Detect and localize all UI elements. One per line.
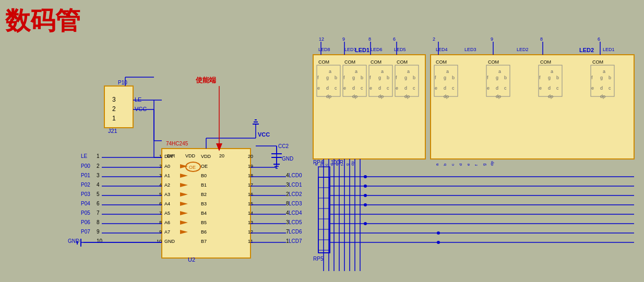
svg-text:4: 4: [286, 210, 289, 216]
svg-text:g: g: [345, 164, 350, 166]
svg-text:f: f: [343, 75, 345, 80]
svg-text:LED6: LED6: [371, 47, 383, 52]
svg-text:c: c: [361, 85, 363, 91]
svg-text:f: f: [317, 75, 319, 80]
svg-text:LCD5: LCD5: [289, 219, 302, 225]
svg-text:J21: J21: [108, 128, 117, 134]
svg-text:7: 7: [97, 210, 100, 216]
svg-text:a: a: [551, 69, 553, 74]
svg-point-278: [364, 185, 367, 188]
svg-text:14: 14: [248, 211, 253, 216]
svg-text:B5: B5: [201, 220, 207, 225]
svg-text:8: 8: [540, 36, 543, 42]
svg-point-28: [186, 162, 200, 171]
svg-text:f: f: [591, 75, 593, 80]
svg-text:2: 2: [433, 36, 435, 42]
svg-text:LED2: LED2: [579, 47, 594, 53]
svg-text:LE: LE: [135, 96, 141, 103]
svg-text:c: c: [413, 85, 415, 91]
svg-text:f: f: [340, 164, 344, 166]
svg-text:a: a: [381, 69, 384, 74]
svg-text:1: 1: [286, 238, 289, 244]
svg-text:LCD4: LCD4: [289, 210, 302, 216]
svg-text:B3: B3: [201, 201, 207, 206]
svg-text:20: 20: [219, 153, 224, 158]
svg-text:b: b: [452, 75, 455, 80]
svg-text:e: e: [317, 85, 320, 91]
svg-text:COM: COM: [592, 59, 603, 65]
svg-text:P07: P07: [81, 229, 90, 235]
svg-text:P06: P06: [81, 219, 90, 225]
svg-text:使能端: 使能端: [195, 76, 216, 84]
svg-text:c: c: [609, 85, 611, 91]
svg-text:b: b: [443, 163, 447, 166]
svg-text:g: g: [352, 75, 355, 80]
svg-text:g: g: [444, 75, 446, 80]
svg-text:dp: dp: [496, 94, 501, 99]
svg-point-279: [364, 194, 367, 197]
svg-text:B0: B0: [201, 173, 207, 178]
svg-text:6: 6: [393, 36, 396, 42]
svg-text:c: c: [335, 85, 337, 91]
svg-text:P10: P10: [118, 80, 127, 85]
svg-text:A0: A0: [164, 164, 170, 169]
svg-point-283: [437, 241, 440, 244]
svg-rect-204: [395, 65, 419, 96]
svg-text:g: g: [404, 75, 407, 80]
svg-rect-0: [104, 86, 133, 128]
svg-text:VDD: VDD: [201, 154, 211, 159]
svg-text:1: 1: [97, 153, 100, 159]
svg-rect-194: [369, 65, 392, 96]
svg-text:A2: A2: [164, 182, 170, 188]
svg-text:16: 16: [248, 192, 253, 197]
svg-text:3: 3: [286, 219, 289, 225]
svg-text:LCD7: LCD7: [289, 238, 302, 244]
svg-text:a: a: [446, 69, 449, 74]
svg-text:dp: dp: [404, 94, 410, 99]
svg-text:e: e: [396, 85, 398, 91]
svg-text:dp: dp: [378, 94, 384, 99]
svg-text:d: d: [444, 85, 446, 91]
svg-text:g: g: [600, 75, 603, 80]
svg-text:b: b: [504, 75, 507, 80]
svg-text:COM: COM: [488, 59, 499, 65]
svg-text:c: c: [504, 85, 507, 91]
svg-text:P05: P05: [81, 210, 90, 216]
svg-text:1: 1: [112, 115, 116, 122]
svg-rect-14: [162, 149, 251, 258]
svg-text:2: 2: [159, 164, 162, 169]
svg-rect-161: [313, 55, 425, 159]
svg-marker-53: [180, 192, 188, 197]
svg-text:LED2: LED2: [517, 47, 529, 52]
svg-text:LED7: LED7: [344, 47, 356, 52]
svg-text:15: 15: [248, 201, 253, 206]
svg-marker-51: [180, 174, 188, 178]
svg-text:e: e: [435, 85, 437, 91]
svg-text:dp: dp: [600, 94, 605, 99]
svg-text:8: 8: [286, 201, 289, 206]
svg-text:A4: A4: [164, 201, 170, 206]
svg-point-282: [437, 231, 440, 235]
svg-text:VDD: VDD: [185, 153, 196, 158]
svg-text:3: 3: [286, 182, 289, 188]
svg-text:d: d: [326, 85, 329, 91]
svg-text:B6: B6: [201, 229, 207, 235]
svg-text:e: e: [466, 163, 471, 166]
svg-marker-52: [180, 183, 188, 187]
svg-rect-224: [486, 65, 510, 96]
svg-text:g: g: [326, 75, 329, 80]
svg-text:LED5: LED5: [394, 47, 406, 52]
svg-rect-174: [317, 65, 340, 96]
svg-text:d: d: [600, 85, 603, 91]
svg-text:8: 8: [368, 36, 371, 42]
svg-text:b: b: [413, 75, 415, 80]
svg-rect-244: [591, 65, 614, 96]
svg-marker-50: [180, 164, 188, 168]
svg-marker-56: [180, 220, 188, 225]
svg-text:d: d: [329, 164, 334, 166]
svg-text:dp: dp: [352, 94, 357, 99]
svg-text:GND: GND: [164, 239, 175, 244]
svg-text:A1: A1: [164, 173, 170, 178]
svg-text:LCD6: LCD6: [289, 229, 302, 235]
svg-text:2: 2: [286, 191, 289, 197]
